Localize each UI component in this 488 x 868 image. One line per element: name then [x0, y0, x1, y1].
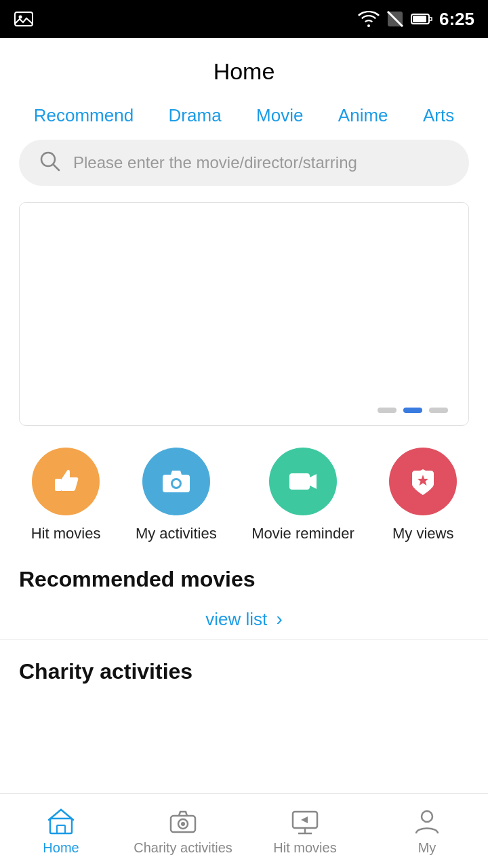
svg-point-1 — [19, 16, 22, 19]
banner-dot-2 — [403, 408, 422, 413]
svg-rect-14 — [57, 825, 65, 833]
banner-dot-3 — [429, 408, 448, 413]
quick-icon-movie-reminder[interactable]: Movie reminder — [251, 448, 354, 542]
quick-icon-hit-movies[interactable]: Hit movies — [31, 448, 101, 542]
tab-recommend[interactable]: Recommend — [34, 105, 134, 126]
my-activities-label: My activities — [136, 525, 217, 542]
svg-rect-8 — [55, 479, 62, 491]
clock: 6:25 — [439, 9, 474, 30]
recommended-movies-section: Recommended movies — [0, 567, 488, 599]
nav-label-home: Home — [43, 840, 79, 856]
search-bar[interactable]: Please enter the movie/director/starring — [19, 140, 469, 186]
tab-arts[interactable]: Arts — [423, 105, 454, 126]
thumbsup-icon — [48, 464, 83, 499]
sim-icon — [386, 10, 404, 28]
category-tabs: Recommend Drama Movie Anime Arts — [0, 98, 488, 140]
recommended-movies-title: Recommended movies — [19, 567, 256, 591]
banner-indicators — [378, 408, 448, 413]
quick-icon-my-activities[interactable]: My activities — [136, 448, 217, 542]
bottom-nav: Home Charity activities Hit movies My — [0, 793, 488, 868]
home-icon — [46, 806, 76, 836]
header: Home — [0, 38, 488, 98]
svg-rect-5 — [413, 16, 426, 22]
svg-point-21 — [422, 811, 432, 822]
video-icon — [285, 464, 321, 499]
quick-icon-my-views[interactable]: My views — [389, 448, 457, 542]
movie-reminder-circle — [269, 448, 337, 515]
banner-dot-1 — [378, 408, 396, 413]
nav-item-hit-movies[interactable]: Hit movies — [244, 806, 366, 856]
nav-item-charity[interactable]: Charity activities — [122, 806, 244, 856]
nav-label-charity: Charity activities — [134, 840, 232, 856]
hit-movies-circle — [32, 448, 100, 515]
view-list-link[interactable]: view list › — [205, 609, 283, 629]
nav-item-home[interactable]: Home — [0, 806, 122, 856]
tab-movie[interactable]: Movie — [256, 105, 303, 126]
star-shield-icon — [405, 464, 441, 499]
svg-point-17 — [181, 822, 185, 826]
hit-movies-label: Hit movies — [31, 525, 101, 542]
status-bar: 6:25 — [0, 0, 488, 38]
view-list-container[interactable]: view list › — [0, 599, 488, 639]
search-placeholder: Please enter the movie/director/starring — [73, 153, 357, 172]
svg-rect-0 — [15, 12, 33, 26]
page-title: Home — [214, 58, 275, 84]
tab-anime[interactable]: Anime — [338, 105, 388, 126]
image-icon — [14, 9, 34, 29]
svg-line-7 — [54, 165, 60, 171]
banner — [19, 202, 469, 426]
search-bar-container: Please enter the movie/director/starring — [0, 140, 488, 202]
battery-icon — [411, 12, 432, 26]
svg-point-11 — [173, 480, 180, 487]
charity-activities-section: Charity activities — [0, 640, 488, 738]
movie-reminder-label: Movie reminder — [251, 525, 354, 542]
tab-drama[interactable]: Drama — [169, 105, 222, 126]
tv-icon — [290, 806, 320, 836]
charity-activities-title: Charity activities — [19, 659, 192, 684]
svg-rect-12 — [289, 473, 310, 490]
nav-label-my: My — [418, 840, 436, 856]
search-icon — [38, 149, 62, 176]
nav-label-hit-movies: Hit movies — [273, 840, 336, 856]
wifi-icon — [358, 10, 380, 28]
camera-icon — [159, 464, 194, 499]
camera-nav-icon — [168, 806, 198, 836]
nav-item-my[interactable]: My — [366, 806, 488, 856]
quick-icons: Hit movies My activities Movie reminder — [0, 448, 488, 567]
profile-icon — [412, 806, 442, 836]
my-views-circle — [389, 448, 457, 515]
my-activities-circle — [142, 448, 210, 515]
my-views-label: My views — [392, 525, 453, 542]
